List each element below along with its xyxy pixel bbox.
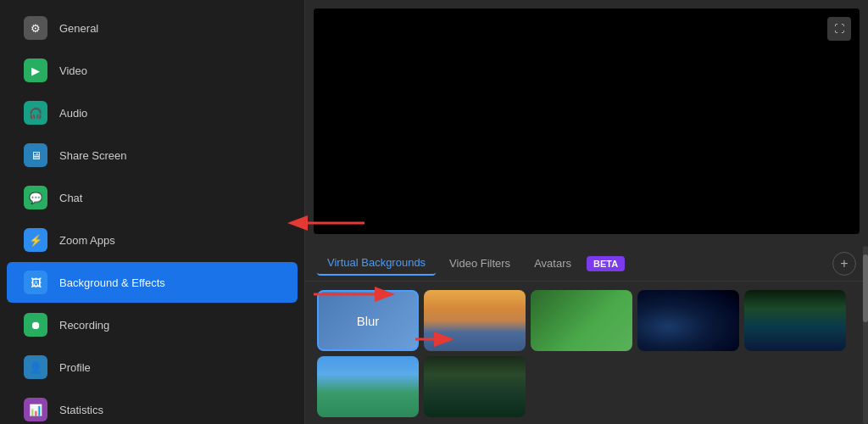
sidebar-label-statistics: Statistics [59,404,103,416]
add-background-button[interactable]: + [832,252,856,276]
general-icon: ⚙ [24,16,47,40]
sidebar-item-background-effects[interactable]: 🖼Background & Effects [7,262,298,303]
sidebar-item-audio[interactable]: 🎧Audio [7,92,298,133]
chat-icon: 💬 [24,186,47,209]
tab-video-filters[interactable]: Video Filters [439,252,520,275]
expand-icon[interactable]: ⛶ [827,17,851,41]
profile-icon: 👤 [24,355,47,379]
sidebar-label-chat: Chat [59,192,82,204]
sidebar-item-video[interactable]: ▶Video [7,50,298,91]
sidebar-label-profile: Profile [59,361,91,374]
sidebar-item-general[interactable]: ⚙General [7,8,298,48]
sidebar: ⚙General▶Video🎧Audio🖥Share Screen💬Chat⚡Z… [0,0,305,424]
sidebar-label-share-screen: Share Screen [59,149,127,162]
scroll-thumb[interactable] [863,254,868,322]
blur-label: Blur [357,314,380,328]
thumbnail-galaxy[interactable] [637,290,739,351]
thumbnails-area: Blur [305,282,868,424]
sidebar-item-share-screen[interactable]: 🖥Share Screen [7,135,298,176]
sidebar-label-recording: Recording [59,319,109,332]
recording-icon: ⏺ [24,313,47,337]
sidebar-label-audio: Audio [59,107,87,120]
video-icon: ▶ [24,59,47,82]
sidebar-label-zoom-apps: Zoom Apps [59,234,115,247]
thumbnail-ocean[interactable] [317,356,419,417]
thumbnail-bridge[interactable] [424,290,526,351]
scrollbar[interactable] [863,246,868,424]
thumbnail-plants[interactable] [531,290,632,351]
sidebar-label-background-effects: Background & Effects [59,276,165,289]
beta-badge: BETA [587,256,625,271]
statistics-icon: 📊 [24,398,47,421]
thumbnail-aurora[interactable] [744,290,846,351]
share-screen-icon: 🖥 [24,143,47,167]
tab-avatars[interactable]: Avatars [524,252,581,275]
zoom-apps-icon: ⚡ [24,228,47,252]
sidebar-item-chat[interactable]: 💬Chat [7,177,298,218]
thumbnail-forest[interactable] [424,356,526,417]
video-preview: ⛶ [314,8,860,234]
tabs-area: Virtual BackgroundsVideo FiltersAvatarsB… [305,243,868,282]
sidebar-item-statistics[interactable]: 📊Statistics [7,389,298,424]
tab-virtual-backgrounds[interactable]: Virtual Backgrounds [317,251,436,276]
sidebar-label-video: Video [59,64,87,77]
sidebar-item-profile[interactable]: 👤Profile [7,347,298,388]
background-effects-icon: 🖼 [24,271,47,294]
audio-icon: 🎧 [24,101,47,125]
main-content: ⛶ Virtual BackgroundsVideo FiltersAvatar… [305,0,868,424]
sidebar-item-zoom-apps[interactable]: ⚡Zoom Apps [7,220,298,260]
sidebar-item-recording[interactable]: ⏺Recording [7,304,298,345]
thumbnail-blur[interactable]: Blur [317,290,419,351]
sidebar-label-general: General [59,22,98,35]
